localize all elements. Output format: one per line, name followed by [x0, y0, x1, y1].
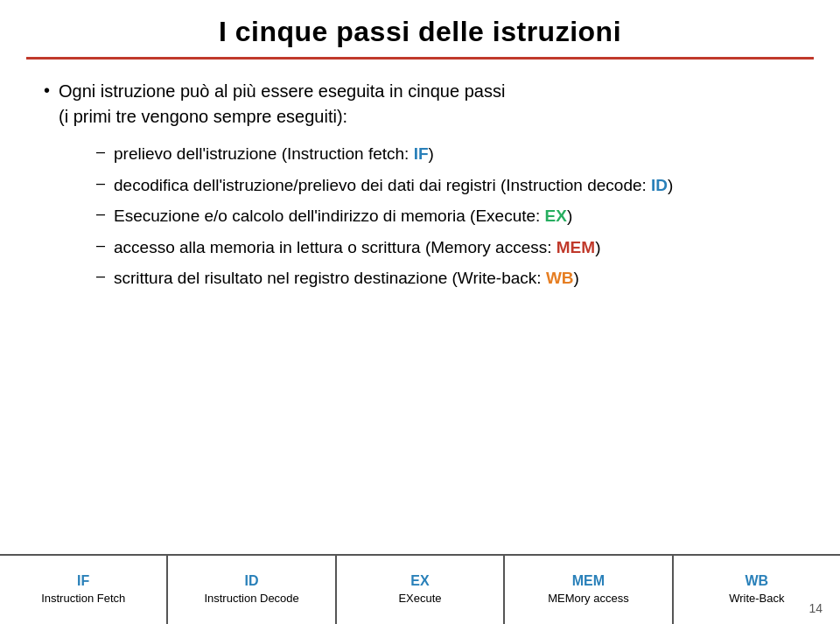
bullet-icon: • [44, 81, 50, 101]
dash-icon-id: – [96, 174, 105, 193]
highlight-wb: WB [546, 269, 574, 287]
sub-text-wb: scrittura del risultato nel registro des… [114, 266, 579, 291]
highlight-mem: MEM [556, 238, 595, 256]
sub-bullet-id: – decodifica dell'istruzione/prelievo de… [96, 173, 796, 198]
stage-abbr-if: IF [77, 573, 89, 589]
stage-name-wb: Write-Back [729, 592, 784, 606]
stage-abbr-mem: MEM [572, 573, 605, 589]
dash-icon-mem: – [96, 236, 105, 255]
slide: I cinque passi delle istruzioni • Ogni i… [0, 0, 840, 624]
pipeline-stage-ex: EX EXecute [337, 556, 505, 624]
main-bullet-text: Ogni istruzione può al più essere esegui… [59, 79, 505, 130]
pipeline-stage-mem: MEM MEMory access [505, 556, 673, 624]
highlight-if: IF [414, 144, 429, 163]
sub-bullets-list: – prelievo dell'istruzione (Instruction … [96, 142, 796, 298]
pipeline-bar: IF Instruction Fetch ID Instruction Deco… [0, 554, 840, 624]
sub-bullet-ex: – Esecuzione e/o calcolo dell'indirizzo … [96, 204, 796, 228]
stage-name-if: Instruction Fetch [41, 592, 125, 606]
stage-abbr-wb: WB [746, 573, 769, 589]
highlight-ex: EX [545, 207, 567, 225]
sub-bullet-mem: – accesso alla memoria in lettura o scri… [96, 235, 796, 260]
sub-bullet-wb: – scrittura del risultato nel registro d… [96, 266, 796, 291]
stage-name-id: Instruction Decode [204, 592, 298, 606]
stage-name-mem: MEMory access [548, 592, 628, 606]
stage-abbr-ex: EX [410, 573, 429, 589]
sub-text-id: decodifica dell'istruzione/prelievo dei … [114, 173, 673, 198]
slide-header: I cinque passi delle istruzioni [0, 0, 840, 57]
sub-text-mem: accesso alla memoria in lettura o scritt… [114, 235, 600, 260]
page-number: 14 [808, 601, 822, 615]
main-bullet: • Ogni istruzione può al più essere eseg… [44, 79, 796, 130]
intro-text: Ogni istruzione può al più essere esegui… [59, 81, 505, 101]
intro-subtext: (i primi tre vengono sempre eseguiti): [59, 107, 347, 126]
sub-text-ex: Esecuzione e/o calcolo dell'indirizzo di… [114, 204, 572, 228]
sub-text-if: prelievo dell'istruzione (Instruction fe… [114, 142, 434, 166]
dash-icon-if: – [96, 143, 105, 161]
highlight-id: ID [651, 176, 668, 194]
pipeline-stage-id: ID Instruction Decode [168, 556, 336, 624]
dash-icon-ex: – [96, 205, 105, 223]
stage-abbr-id: ID [245, 573, 259, 589]
dash-icon-wb: – [96, 267, 105, 285]
sub-bullet-if: – prelievo dell'istruzione (Instruction … [96, 142, 796, 166]
slide-content: • Ogni istruzione può al più essere eseg… [0, 60, 840, 554]
slide-title: I cinque passi delle istruzioni [35, 16, 805, 48]
pipeline-stage-if: IF Instruction Fetch [0, 556, 168, 624]
stage-name-ex: EXecute [398, 592, 441, 606]
